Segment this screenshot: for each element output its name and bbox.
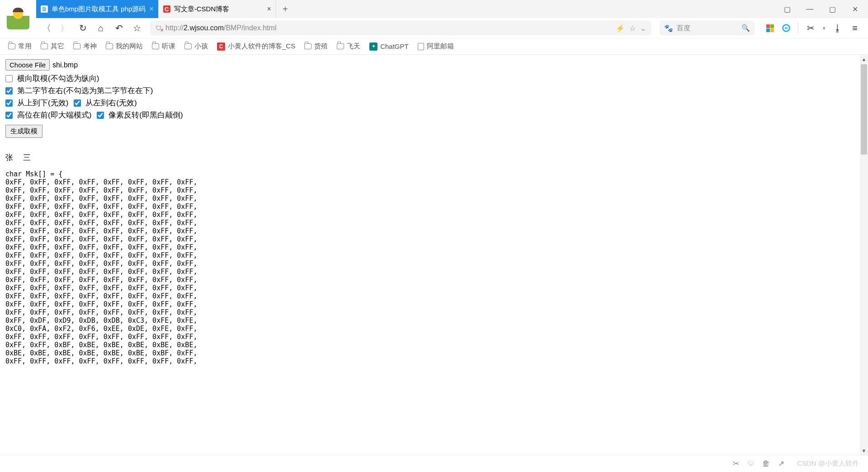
new-tab-button[interactable]: +: [276, 0, 294, 18]
folder-icon: [8, 43, 15, 49]
folder-icon: [41, 43, 48, 49]
checkbox-second-right[interactable]: 第二字节在右(不勾选为第二字节在在下): [5, 85, 153, 96]
bookmarks-bar: 常用其它考神我的网站听课小孩C小黄人软件的博客_CS货殖飞天✦ChatGPT阿里…: [0, 38, 868, 54]
csdn-icon: C: [163, 5, 170, 13]
search-placeholder: 百度: [677, 24, 738, 33]
file-icon: 🗎: [41, 5, 48, 13]
maximize-icon[interactable]: ▢: [828, 5, 836, 13]
checkbox-invert[interactable]: 像素反转(即黑白颠倒): [97, 110, 183, 120]
bookmark-label: 阿里邮箱: [427, 42, 454, 51]
back-icon[interactable]: 〈: [42, 23, 52, 33]
bookmark-star-icon[interactable]: ☆: [132, 23, 142, 33]
dropdown-icon[interactable]: ⌄: [640, 24, 646, 33]
checkbox-horizontal[interactable]: 横向取模(不勾选为纵向): [5, 73, 99, 84]
bookmark-item[interactable]: 阿里邮箱: [418, 42, 454, 51]
tab-strip: 🗎 单色bmp图片取模工具 php源码 × C 写文章-CSDN博客 × + ▢…: [36, 0, 868, 18]
choose-file-button[interactable]: Choose File: [5, 59, 50, 71]
home-icon[interactable]: ⌂: [96, 23, 106, 33]
bookmark-label: 飞天: [347, 42, 360, 51]
checkbox-input[interactable]: [5, 112, 13, 119]
output-name: 张 三: [5, 152, 863, 163]
checkbox-input[interactable]: [97, 112, 104, 119]
checkbox-msb-first[interactable]: 高位在前(即大端模式): [5, 110, 91, 120]
tab-active[interactable]: 🗎 单色bmp图片取模工具 php源码 ×: [36, 0, 159, 18]
scissors-icon[interactable]: ✂: [806, 23, 816, 33]
bookmark-item[interactable]: 其它: [41, 42, 64, 51]
tab-title: 写文章-CSDN博客: [174, 5, 230, 14]
checkbox-input[interactable]: [5, 87, 13, 94]
undo-icon[interactable]: ↶: [114, 23, 124, 33]
bookmark-label: ChatGPT: [380, 42, 409, 50]
scrollbar-thumb[interactable]: [861, 64, 867, 155]
scrollbar-track[interactable]: ▲ ▼: [860, 55, 868, 455]
checkbox-input[interactable]: [74, 99, 81, 107]
close-window-icon[interactable]: ✕: [851, 5, 859, 13]
folder-icon: [106, 43, 113, 49]
microsoft-icon[interactable]: [765, 24, 774, 33]
bookmark-label: 听课: [162, 42, 175, 51]
bookmark-item[interactable]: 我的网站: [106, 42, 143, 51]
bookmark-label: 货殖: [314, 42, 328, 51]
chevron-down-icon[interactable]: ▾: [823, 25, 826, 31]
bookmark-label: 常用: [18, 42, 32, 51]
download-icon[interactable]: ⭳: [833, 23, 843, 33]
folder-icon: [304, 43, 311, 49]
folder-icon: [184, 43, 192, 49]
bookmark-item[interactable]: 考神: [73, 42, 97, 51]
scroll-up-icon[interactable]: ▲: [860, 55, 868, 63]
bookmark-item[interactable]: 常用: [8, 42, 32, 51]
folder-icon: [73, 43, 80, 49]
baidu-paw-icon: 🐾: [664, 24, 673, 33]
bookmark-item[interactable]: ✦ChatGPT: [369, 42, 409, 51]
checkbox-left-right[interactable]: 从左到右(无效): [74, 98, 137, 108]
csdn-icon: C: [217, 42, 225, 51]
bookmark-item[interactable]: C小黄人软件的博客_CS: [217, 42, 295, 51]
shield-icon[interactable]: 🛡: [156, 24, 162, 32]
bookmark-label: 我的网站: [116, 42, 143, 51]
url-text: http://2.wjsou.com/BMP/index.html: [165, 24, 612, 32]
forward-icon[interactable]: 〉: [60, 23, 70, 33]
scroll-down-icon[interactable]: ▼: [860, 447, 868, 455]
bookmark-item[interactable]: 飞天: [337, 42, 360, 51]
checkbox-input[interactable]: [5, 99, 13, 107]
bookmark-item[interactable]: 小孩: [184, 42, 208, 51]
tab-title: 单色bmp图片取模工具 php源码: [52, 5, 146, 14]
divider: [798, 23, 798, 33]
folder-icon: [337, 43, 344, 49]
generate-button[interactable]: 生成取模: [5, 125, 42, 138]
navigation-bar: 〈 〉 ↻ ⌂ ↶ ☆ 🛡 http://2.wjsou.com/BMP/ind…: [36, 18, 868, 38]
close-icon[interactable]: ×: [267, 5, 271, 13]
close-icon[interactable]: ×: [149, 5, 153, 13]
chatgpt-icon: ✦: [369, 42, 377, 51]
picture-in-picture-icon[interactable]: ▢: [783, 5, 791, 13]
filename-label: shi.bmp: [52, 61, 78, 69]
search-box[interactable]: 🐾 百度 🔍: [660, 21, 755, 35]
bookmark-label: 其它: [51, 42, 64, 51]
checkbox-input[interactable]: [5, 75, 13, 82]
page-icon: [418, 43, 424, 50]
tab-inactive[interactable]: C 写文章-CSDN博客 ×: [159, 0, 276, 18]
checkbox-top-bottom[interactable]: 从上到下(无效): [5, 98, 68, 108]
footer-toolbar: ✂ ♡ 🗑 ↗ CSDN @小黄人软件: [0, 455, 868, 455]
bookmark-item[interactable]: 听课: [152, 42, 175, 51]
bookmark-label: 小黄人软件的博客_CS: [228, 42, 295, 51]
user-avatar[interactable]: [0, 0, 36, 36]
minimize-icon[interactable]: —: [806, 5, 814, 13]
reload-icon[interactable]: ↻: [78, 23, 88, 33]
favorite-icon[interactable]: ☆: [629, 24, 636, 33]
page-content: Choose File shi.bmp 横向取模(不勾选为纵向) 第二字节在右(…: [0, 55, 868, 455]
address-bar[interactable]: 🛡 http://2.wjsou.com/BMP/index.html ⚡ ☆ …: [150, 21, 651, 35]
folder-icon: [152, 43, 159, 49]
code-output: char Msk[] = { 0xFF, 0xFF, 0xFF, 0xFF, 0…: [5, 170, 863, 365]
extension-icon[interactable]: [782, 24, 791, 33]
lightning-icon[interactable]: ⚡: [616, 24, 625, 33]
search-icon[interactable]: 🔍: [741, 24, 750, 32]
bookmark-label: 考神: [83, 42, 97, 51]
bookmark-item[interactable]: 货殖: [304, 42, 328, 51]
bookmark-label: 小孩: [194, 42, 208, 51]
menu-icon[interactable]: ≡: [850, 23, 860, 33]
